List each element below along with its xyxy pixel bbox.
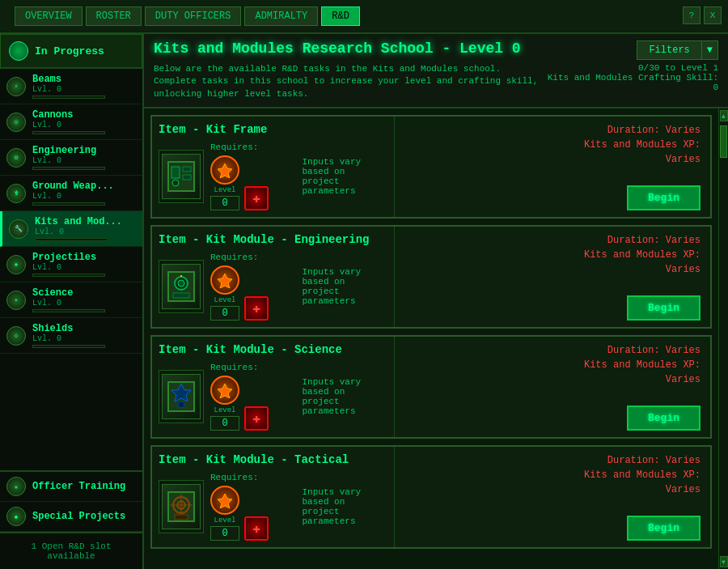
- task-card-right-1: Duration: Varies Kits and Modules XP: Va…: [395, 227, 710, 327]
- sidebar-item-kits-and-mod[interactable]: 🔧 Kits and Mod... Lvl. 0: [0, 211, 142, 247]
- scrollbar-thumb-area: [719, 121, 728, 556]
- sidebar-item-beams[interactable]: ⚡ Beams Lvl. 0: [0, 69, 142, 104]
- task-varies-3: Inputs vary based on project parameters: [303, 487, 388, 526]
- content-area: Kits and Modules Research School - Level…: [144, 34, 728, 569]
- shields-name: Shields: [32, 323, 136, 334]
- sidebar-item-officer-training[interactable]: ★ Officer Training: [0, 472, 142, 502]
- scrollbar-down-button[interactable]: ▼: [720, 556, 728, 567]
- filters-button[interactable]: Filters: [637, 40, 701, 60]
- cannons-name: Cannons: [32, 109, 136, 121]
- skill-label: Kits and Modules Crafting Skill: 0: [542, 73, 718, 92]
- open-rd-slot-label: 1 Open R&D slot available: [0, 532, 142, 569]
- task-card-right-3: Duration: Varies Kits and Modules XP: Va…: [395, 447, 710, 547]
- shields-bar: [32, 345, 105, 348]
- help-button[interactable]: ?: [683, 6, 700, 24]
- beams-level: Lvl. 0: [32, 85, 136, 94]
- task-level-num-2: 0: [210, 416, 239, 431]
- task-duration-3: Duration: Varies Kits and Modules XP: Va…: [584, 453, 700, 497]
- task-requires-label-2: Requires:: [210, 363, 296, 372]
- task-image-0: [159, 150, 204, 203]
- task-card-left-2: Item - Kit Module - Science: [152, 337, 395, 437]
- science-name: Science: [32, 287, 136, 299]
- task-level-text-0: Level: [214, 186, 235, 194]
- task-card-left-0: Item - Kit Frame: [152, 117, 395, 217]
- science-icon: ✦: [6, 291, 26, 310]
- task-requires-0: Requires: Level: [210, 142, 296, 210]
- task-level-icon-2: [210, 376, 239, 405]
- svg-point-14: [178, 401, 184, 408]
- task-level-icon-0: [210, 155, 239, 185]
- scrollbar-up-button[interactable]: ▲: [720, 110, 728, 121]
- task-requires-3: Requires: Level: [210, 473, 296, 541]
- kits-text: Kits and Mod... Lvl. 0: [35, 216, 136, 241]
- sidebar-item-projectiles[interactable]: ◈ Projectiles Lvl. 0: [0, 247, 142, 282]
- projectiles-icon: ◈: [6, 255, 26, 274]
- in-progress-icon: [9, 41, 28, 61]
- tab-admiralty[interactable]: Admiralty: [244, 6, 318, 26]
- scrollbar-thumb[interactable]: [720, 125, 727, 158]
- tab-roster[interactable]: Roster: [86, 6, 142, 26]
- beams-bar: [32, 96, 105, 99]
- shields-icon: ◇: [6, 326, 26, 346]
- special-projects-icon: ◆: [6, 507, 26, 526]
- task-card-kit-module-eng: Item - Kit Module - Engineering: [150, 225, 712, 329]
- sidebar-item-ground-weapons[interactable]: 🗡 Ground Weap... Lvl. 0: [0, 176, 142, 211]
- task-img-inner-2: [162, 374, 201, 419]
- tab-overview[interactable]: Overview: [15, 6, 83, 26]
- science-level: Lvl. 0: [32, 299, 136, 308]
- science-text: Science Lvl. 0: [32, 287, 136, 312]
- sidebar-item-special-projects[interactable]: ◆ Special Projects: [0, 502, 142, 532]
- projectiles-level: Lvl. 0: [32, 263, 136, 272]
- main-layout: In Progress ⚡ Beams Lvl. 0 ◎ Cannons Lvl…: [0, 34, 728, 569]
- projectiles-text: Projectiles Lvl. 0: [32, 252, 136, 277]
- task-level-text-1: Level: [214, 296, 235, 304]
- task-requires-label-3: Requires:: [210, 473, 296, 482]
- ground-weapons-bar: [32, 202, 105, 206]
- tab-rd[interactable]: R&D: [321, 6, 360, 26]
- task-image-1: [159, 260, 204, 313]
- task-requires-2: Requires: Level: [210, 363, 296, 431]
- svg-marker-11: [218, 274, 232, 288]
- task-level-box-0: Level 0: [210, 155, 239, 210]
- sidebar-item-in-progress[interactable]: In Progress: [0, 34, 142, 69]
- sidebar-item-engineering[interactable]: ⚙ Engineering Lvl. 0: [0, 140, 142, 176]
- sidebar-special-section: ★ Officer Training ◆ Special Projects: [0, 470, 142, 532]
- sidebar-item-shields[interactable]: ◇ Shields Lvl. 0: [0, 318, 142, 354]
- task-img-inner-0: [162, 154, 201, 199]
- sidebar-item-cannons[interactable]: ◎ Cannons Lvl. 0: [0, 104, 142, 140]
- task-duration-2: Duration: Varies Kits and Modules XP: Va…: [584, 343, 700, 387]
- content-description: Below are the available R&D tasks in the…: [154, 63, 542, 100]
- svg-rect-9: [173, 293, 189, 298]
- filters-control: Filters ▼: [637, 40, 718, 60]
- task-level-text-3: Level: [214, 516, 235, 524]
- scrollbar-track: ▲ ▼: [718, 108, 728, 569]
- content-header-row: Below are the available R&D tasks in the…: [154, 63, 718, 100]
- task-plus-icon-2: ✚: [244, 406, 269, 431]
- sidebar: In Progress ⚡ Beams Lvl. 0 ◎ Cannons Lvl…: [0, 34, 144, 569]
- kits-level: Lvl. 0: [35, 227, 136, 236]
- tab-duty-officers[interactable]: Duty Officers: [145, 6, 242, 26]
- sidebar-item-science[interactable]: ✦ Science Lvl. 0: [0, 282, 142, 318]
- task-begin-btn-2[interactable]: Begin: [627, 406, 700, 431]
- task-requires-label-0: Requires:: [210, 142, 296, 152]
- svg-rect-3: [183, 175, 191, 180]
- task-begin-btn-3[interactable]: Begin: [627, 516, 700, 541]
- kits-bar: [35, 238, 108, 241]
- window-controls: ? X: [683, 6, 722, 24]
- task-body-3: Requires: Level: [159, 473, 387, 541]
- task-title-3: Item - Kit Module - Tactical: [159, 453, 387, 466]
- task-duration-1: Duration: Varies Kits and Modules XP: Va…: [584, 233, 700, 277]
- engineering-text: Engineering Lvl. 0: [32, 145, 136, 170]
- kits-icon: 🔧: [9, 219, 28, 239]
- task-begin-btn-1[interactable]: Begin: [627, 295, 700, 321]
- task-level-text-2: Level: [214, 406, 235, 414]
- task-begin-btn-0[interactable]: Begin: [627, 185, 700, 210]
- task-plus-icon-1: ✚: [244, 296, 269, 321]
- task-image-3: [159, 480, 204, 533]
- svg-rect-2: [183, 167, 191, 172]
- close-button[interactable]: X: [704, 6, 722, 24]
- ground-weapons-text: Ground Weap... Lvl. 0: [32, 180, 136, 206]
- filters-dropdown-arrow[interactable]: ▼: [702, 40, 718, 60]
- task-list: Item - Kit Frame: [144, 108, 718, 569]
- task-level-box-3: Level 0: [210, 486, 239, 541]
